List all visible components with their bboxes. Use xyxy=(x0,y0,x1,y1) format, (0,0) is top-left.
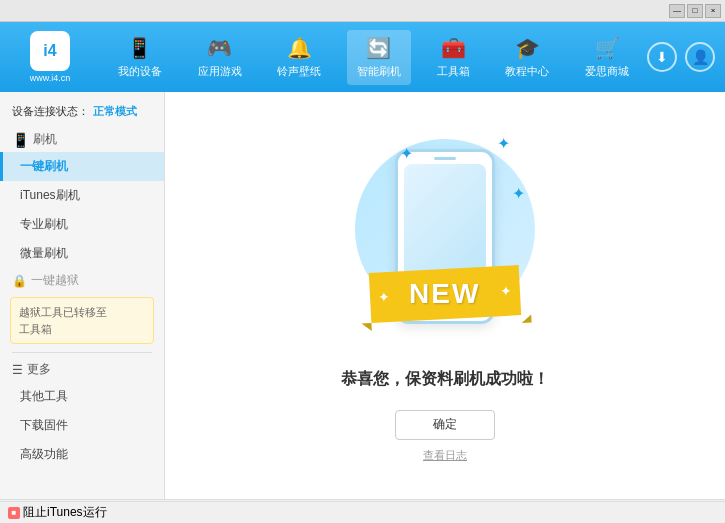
header: i4 www.i4.cn 📱 我的设备 🎮 应用游戏 🔔 铃声壁纸 🔄 智能刷机… xyxy=(0,22,725,92)
more-section-icon: ☰ xyxy=(12,363,23,377)
nav-my-device[interactable]: 📱 我的设备 xyxy=(108,30,172,85)
one-key-flash-label: 一键刷机 xyxy=(20,159,68,173)
lock-icon: 🔒 xyxy=(12,274,27,288)
main-area: 设备连接状态： 正常模式 📱 刷机 一键刷机 iTunes刷机 专业刷机 微量刷… xyxy=(0,92,725,499)
download-icon: ⬇ xyxy=(656,49,668,65)
nav-tutorials-icon: 🎓 xyxy=(515,36,540,60)
nav-toolbox-label: 工具箱 xyxy=(437,64,470,79)
content-area: ✦ ✦ ✦ ✦ NEW ✦ 恭喜您，保资料刷机成功啦！ 确定 查看日志 xyxy=(165,92,725,499)
ribbon-banner: ✦ NEW ✦ xyxy=(369,265,521,323)
nav-apps-icon: 🎮 xyxy=(207,36,232,60)
stop-icon: ■ xyxy=(8,507,20,519)
logo-icon: i4 xyxy=(30,31,70,71)
nav-apps-games[interactable]: 🎮 应用游戏 xyxy=(188,30,252,85)
itunes-stop-label: 阻止iTunes运行 xyxy=(23,504,107,521)
sparkle-2: ✦ xyxy=(497,134,510,153)
nav-apps-label: 应用游戏 xyxy=(198,64,242,79)
sparkle-3: ✦ xyxy=(512,184,525,203)
success-illustration: ✦ ✦ ✦ ✦ NEW ✦ xyxy=(345,129,545,349)
sidebar-item-itunes-flash[interactable]: iTunes刷机 xyxy=(0,181,164,210)
flash-section-icon: 📱 xyxy=(12,132,29,148)
nav-bar: 📱 我的设备 🎮 应用游戏 🔔 铃声壁纸 🔄 智能刷机 🧰 工具箱 🎓 教程中心… xyxy=(100,30,647,85)
micro-flash-label: 微量刷机 xyxy=(20,246,68,260)
ribbon-tail-right xyxy=(521,314,531,323)
header-right: ⬇ 👤 xyxy=(647,42,715,72)
phone-speaker xyxy=(434,157,456,160)
stop-symbol: ■ xyxy=(12,508,17,517)
nav-tutorials-label: 教程中心 xyxy=(505,64,549,79)
sidebar-item-other-tools[interactable]: 其他工具 xyxy=(0,382,164,411)
itunes-stop-button[interactable]: ■ 阻止iTunes运行 xyxy=(8,504,107,521)
user-icon: 👤 xyxy=(692,49,709,65)
logo-short: i4 xyxy=(43,42,56,60)
new-ribbon: ✦ NEW ✦ xyxy=(380,259,510,319)
jailbreak-label: 一键越狱 xyxy=(31,272,79,289)
footer-bar: ■ 阻止iTunes运行 xyxy=(0,501,725,523)
status-value: 正常模式 xyxy=(93,104,137,119)
sidebar-item-download-fw[interactable]: 下载固件 xyxy=(0,411,164,440)
nav-shop-icon: 🛒 xyxy=(595,36,620,60)
nav-shop[interactable]: 🛒 爱思商城 xyxy=(575,30,639,85)
maximize-button[interactable]: □ xyxy=(687,4,703,18)
nav-smart-flash[interactable]: 🔄 智能刷机 xyxy=(347,30,411,85)
nav-ringtones[interactable]: 🔔 铃声壁纸 xyxy=(267,30,331,85)
flash-section-label: 刷机 xyxy=(33,131,57,148)
sidebar-item-one-key-flash[interactable]: 一键刷机 xyxy=(0,152,164,181)
nav-shop-label: 爱思商城 xyxy=(585,64,629,79)
nav-smart-flash-label: 智能刷机 xyxy=(357,64,401,79)
flash-section-header: 📱 刷机 xyxy=(0,127,164,152)
user-button[interactable]: 👤 xyxy=(685,42,715,72)
ribbon-tail-left xyxy=(361,322,371,331)
pro-flash-label: 专业刷机 xyxy=(20,217,68,231)
ribbon-star-left: ✦ xyxy=(378,289,390,305)
advanced-label: 高级功能 xyxy=(20,447,68,461)
nav-ringtones-icon: 🔔 xyxy=(287,36,312,60)
connection-status: 设备连接状态： 正常模式 xyxy=(0,100,164,127)
title-bar: — □ × xyxy=(0,0,725,22)
nav-toolbox[interactable]: 🧰 工具箱 xyxy=(427,30,480,85)
logo[interactable]: i4 www.i4.cn xyxy=(10,31,90,83)
sidebar-item-pro-flash[interactable]: 专业刷机 xyxy=(0,210,164,239)
jailbreak-notice: 越狱工具已转移至工具箱 xyxy=(10,297,154,344)
nav-smart-flash-icon: 🔄 xyxy=(366,36,391,60)
sparkle-1: ✦ xyxy=(400,144,413,163)
jailbreak-section: 🔒 一键越狱 xyxy=(0,268,164,293)
download-button[interactable]: ⬇ xyxy=(647,42,677,72)
sidebar-divider xyxy=(12,352,152,353)
ribbon-text: NEW xyxy=(409,278,480,310)
sidebar-item-micro-flash[interactable]: 微量刷机 xyxy=(0,239,164,268)
ribbon-star-right: ✦ xyxy=(500,282,512,298)
nav-tutorials[interactable]: 🎓 教程中心 xyxy=(495,30,559,85)
sidebar-item-advanced[interactable]: 高级功能 xyxy=(0,440,164,469)
more-section-label: 更多 xyxy=(27,361,51,378)
other-tools-label: 其他工具 xyxy=(20,389,68,403)
sidebar: 设备连接状态： 正常模式 📱 刷机 一键刷机 iTunes刷机 专业刷机 微量刷… xyxy=(0,92,165,499)
status-label: 设备连接状态： xyxy=(12,104,89,119)
nav-my-device-label: 我的设备 xyxy=(118,64,162,79)
confirm-button[interactable]: 确定 xyxy=(395,410,495,440)
nav-ringtones-label: 铃声壁纸 xyxy=(277,64,321,79)
download-fw-label: 下载固件 xyxy=(20,418,68,432)
jailbreak-notice-text: 越狱工具已转移至工具箱 xyxy=(19,306,107,335)
success-message: 恭喜您，保资料刷机成功啦！ xyxy=(341,369,549,390)
nav-my-device-icon: 📱 xyxy=(127,36,152,60)
close-button[interactable]: × xyxy=(705,4,721,18)
minimize-button[interactable]: — xyxy=(669,4,685,18)
view-log-link[interactable]: 查看日志 xyxy=(423,448,467,463)
logo-url: www.i4.cn xyxy=(30,73,71,83)
more-section-header: ☰ 更多 xyxy=(0,357,164,382)
nav-toolbox-icon: 🧰 xyxy=(441,36,466,60)
itunes-flash-label: iTunes刷机 xyxy=(20,188,80,202)
